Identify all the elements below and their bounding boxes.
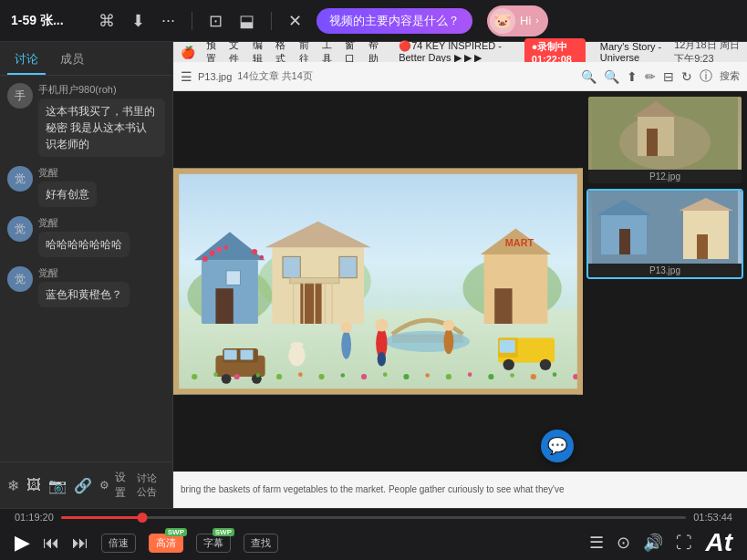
settings-link[interactable]: ⚙ 设置 (99, 470, 126, 501)
sidebar-toggle-icon[interactable]: ☰ (181, 69, 192, 84)
svg-rect-73 (173, 389, 583, 394)
svg-rect-28 (484, 254, 548, 324)
settings-icon[interactable]: ⊙ (617, 533, 630, 553)
track-label: Mary's Story - Universe (600, 41, 663, 63)
app-status: 🔴74 KEY INSPIRED - Better Days ▶ ▶ ▶ (399, 40, 514, 64)
info-icon[interactable]: ⓘ (700, 68, 712, 85)
hd-badge-container: 高清 SWP (149, 534, 183, 553)
tab-discussion[interactable]: 讨论 (7, 47, 46, 75)
player-bar: 01:19:20 01:53:44 ▶ ⏮ ⏭ 倍速 高清 SWP 字幕 SWP… (0, 508, 747, 560)
svg-point-64 (425, 373, 430, 378)
total-time: 01:53:44 (693, 512, 732, 523)
user-avatar-1: 手 (7, 83, 33, 109)
user-avatar-3: 觉 (7, 216, 33, 242)
svg-point-49 (443, 319, 454, 330)
prev-button[interactable]: ⏮ (43, 534, 59, 553)
top-bar-actions: ⌘ ⬇ ··· ⊡ ⬓ ✕ (99, 11, 302, 31)
thumbnail-p13[interactable]: P13.jpg (586, 189, 743, 279)
share-icon[interactable]: ⌘ (99, 11, 115, 31)
avatar-button[interactable]: 🐷 Hi › (487, 5, 548, 36)
video-top-bar: ☰ P13.jpg 14位文章 共14页 🔍 🔍 ⬆ ✏ ⊟ ↻ ⓘ 搜索 (173, 62, 747, 91)
video-illustration: MART (173, 91, 583, 472)
float-chat-button[interactable]: 💬 (541, 430, 574, 462)
svg-point-53 (192, 374, 197, 379)
subtitle-swp-badge: SWP (213, 528, 234, 536)
import-icon[interactable]: ⬓ (239, 11, 254, 31)
share-icon[interactable]: ⬆ (627, 69, 638, 84)
close-icon[interactable]: ✕ (288, 11, 302, 31)
apple-icon[interactable]: 🍎 (181, 46, 195, 59)
hd-button[interactable]: 高清 (149, 534, 183, 553)
speed-button[interactable]: 倍速 (101, 534, 136, 553)
svg-point-62 (383, 372, 388, 377)
svg-rect-84 (619, 229, 630, 254)
chat-text-3: 哈哈哈哈哈哈哈 (38, 232, 130, 257)
svg-point-10 (209, 250, 214, 255)
camera-icon[interactable]: 📷 (48, 477, 67, 494)
chat-sidebar: 讨论 成员 手 手机用户980(roh) 这本书我买了，书里的秘密 我是从这本书… (0, 42, 173, 508)
svg-point-34 (503, 359, 514, 370)
chat-username-4: 觉醒 (38, 266, 130, 280)
subtitle-button[interactable]: 字幕 (196, 534, 231, 553)
chat-content-1: 手机用户980(roh) 这本书我买了，书里的秘密 我是从这本书认识老师的 (38, 83, 165, 157)
chat-text-1: 这本书我买了，书里的秘密 我是从这本书认识老师的 (38, 99, 165, 157)
pip-icon[interactable]: ⊡ (209, 11, 223, 31)
ai-question-button[interactable]: 视频的主要内容是什么？ (316, 8, 472, 34)
svg-rect-42 (241, 350, 254, 360)
current-time: 01:19:20 (15, 512, 54, 523)
progress-fill (61, 516, 142, 519)
avatar-emoji: 🐷 (490, 8, 515, 34)
svg-point-9 (202, 256, 208, 262)
download-icon[interactable]: ⬇ (131, 11, 145, 31)
divider2 (271, 12, 272, 30)
snowflake-icon[interactable]: ❄ (7, 477, 19, 494)
settings-label: 设置 (115, 470, 126, 501)
announcement-link[interactable]: 讨论公告 (137, 472, 165, 499)
svg-rect-31 (494, 288, 512, 324)
chat-message-2: 觉 觉醒 好有创意 (7, 166, 165, 207)
thumbnail-strip: P12.jpg P13.jpg (583, 91, 747, 472)
chat-text-2: 好有创意 (38, 181, 97, 207)
svg-point-27 (385, 331, 470, 352)
next-button[interactable]: ⏭ (72, 534, 88, 553)
text-area-below: bring the baskets of farm vegetables to … (173, 472, 747, 508)
fullscreen-icon[interactable]: ⛶ (676, 534, 692, 553)
play-button[interactable]: ▶ (15, 531, 30, 555)
edit-icon[interactable]: ✏ (645, 69, 656, 84)
volume-icon[interactable]: 🔊 (643, 533, 663, 553)
progress-row: 01:19:20 01:53:44 (15, 512, 732, 523)
zoom-out-icon[interactable]: 🔍 (581, 69, 597, 84)
svg-point-48 (443, 328, 453, 354)
rotate-icon[interactable]: ↻ (681, 69, 692, 84)
image-icon[interactable]: 🖼 (26, 477, 41, 493)
chat-username-2: 觉醒 (38, 166, 97, 180)
tab-members[interactable]: 成员 (53, 47, 91, 75)
svg-point-39 (222, 374, 232, 384)
chat-message-4: 觉 觉醒 蓝色和黄橙色？ (7, 266, 165, 307)
list-icon[interactable]: ☰ (589, 533, 604, 553)
user-avatar-2: 觉 (7, 166, 33, 192)
svg-point-59 (318, 374, 324, 379)
more-icon[interactable]: ··· (161, 11, 175, 30)
gear-icon: ⚙ (99, 479, 109, 492)
progress-dot (137, 513, 147, 523)
svg-rect-80 (647, 129, 658, 156)
zoom-in-icon[interactable]: 🔍 (604, 69, 619, 84)
svg-point-56 (256, 373, 261, 378)
svg-point-47 (340, 322, 351, 333)
progress-track[interactable] (61, 516, 686, 519)
ctrl-right: ☰ ⊙ 🔊 ⛶ At (589, 528, 732, 557)
svg-point-55 (234, 374, 240, 379)
video-controls-right: 🔍 🔍 ⬆ ✏ ⊟ ↻ ⓘ 搜索 (581, 68, 740, 85)
link-icon[interactable]: 🔗 (74, 477, 92, 494)
avatar-label: Hi (520, 14, 531, 27)
crop-icon[interactable]: ⊟ (663, 69, 674, 84)
thumbnail-p12[interactable]: P12.jpg (586, 95, 743, 185)
find-button[interactable]: 查找 (244, 534, 278, 553)
thumb-image-p13 (588, 191, 742, 264)
svg-rect-7 (215, 288, 233, 324)
svg-point-67 (488, 374, 493, 379)
subtitle-badge-container: 字幕 SWP (196, 534, 231, 553)
svg-point-50 (288, 345, 306, 366)
svg-rect-19 (339, 256, 357, 277)
